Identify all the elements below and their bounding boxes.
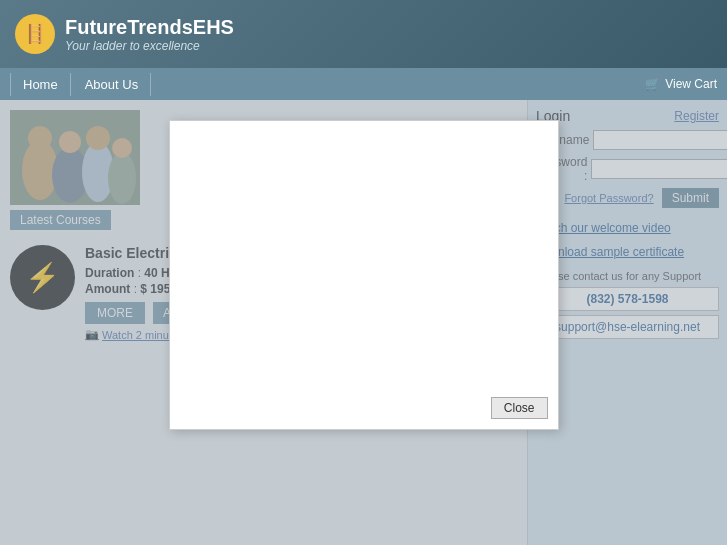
nav-home[interactable]: Home (10, 73, 71, 96)
nav-items: Home About Us (10, 73, 151, 96)
cart-label: View Cart (665, 77, 717, 91)
navbar: Home About Us 🛒 View Cart (0, 68, 727, 100)
main-content: Latest Courses ⚡ Basic Electric Program … (0, 100, 727, 545)
modal-box: Close (169, 120, 559, 430)
view-cart[interactable]: 🛒 View Cart (645, 77, 717, 91)
modal-close-area: Close (180, 397, 548, 419)
cart-icon: 🛒 (645, 77, 660, 91)
brand-tagline: Your ladder to excellence (65, 39, 234, 53)
modal-overlay: Close (0, 100, 727, 545)
header: 🪜 FutureTrendsEHS Your ladder to excelle… (0, 0, 727, 68)
logo-text: FutureTrendsEHS Your ladder to excellenc… (65, 16, 234, 53)
nav-about[interactable]: About Us (73, 73, 151, 96)
logo-icon: 🪜 (15, 14, 55, 54)
modal-close-button[interactable]: Close (491, 397, 548, 419)
brand-name: FutureTrendsEHS (65, 16, 234, 39)
